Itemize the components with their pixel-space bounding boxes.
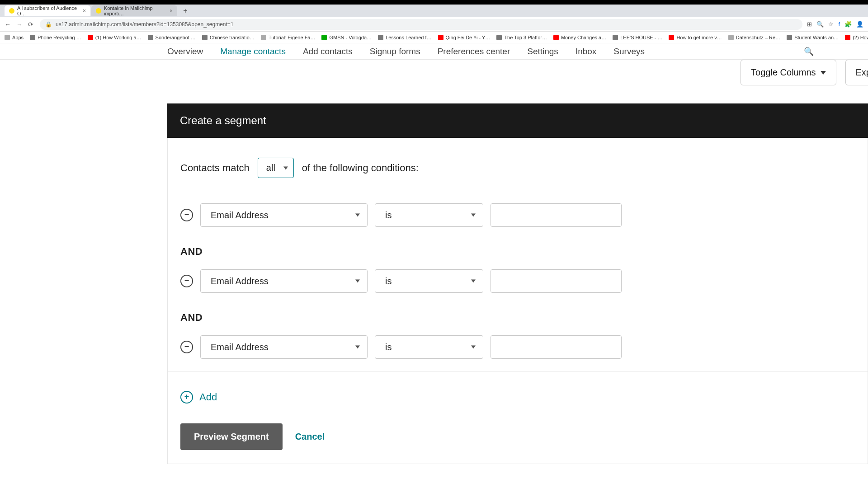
condition-field-value: Email Address: [211, 342, 269, 352]
add-label: Add: [199, 391, 217, 403]
bookmark-item[interactable]: Datenschutz – Re…: [728, 35, 780, 40]
lock-icon: 🔒: [45, 21, 52, 28]
match-mode-select[interactable]: all: [258, 158, 294, 178]
remove-condition-button[interactable]: −: [180, 209, 193, 221]
add-condition-row[interactable]: + Add: [180, 391, 855, 404]
url-input[interactable]: 🔒 us17.admin.mailchimp.com/lists/members…: [40, 19, 802, 30]
preview-label: Preview Segment: [194, 432, 269, 441]
remove-condition-button[interactable]: −: [180, 275, 193, 287]
bookmark-label: Money Changes a…: [561, 35, 606, 40]
bookmark-icon: [30, 35, 35, 40]
toggle-columns-button[interactable]: Toggle Columns: [741, 60, 836, 85]
segment-title: Create a segment: [180, 114, 266, 127]
chevron-down-icon: [355, 214, 360, 217]
bookmark-item[interactable]: Sonderangebot …: [148, 35, 196, 40]
bookmark-item[interactable]: Phone Recycling …: [30, 35, 81, 40]
condition-field-value: Email Address: [211, 210, 269, 221]
close-icon[interactable]: ×: [83, 8, 86, 14]
and-separator: AND: [180, 312, 855, 324]
tab-inbox[interactable]: Inbox: [576, 47, 596, 56]
bookmark-item[interactable]: Tutorial: Eigene Fa…: [261, 35, 316, 40]
tab-manage-contacts[interactable]: Manage contacts: [220, 47, 286, 56]
tab-signup-forms[interactable]: Signup forms: [370, 47, 420, 56]
browser-tab[interactable]: Kontakte in Mailchimp importi… ×: [91, 5, 177, 16]
condition-operator-select[interactable]: is: [375, 335, 483, 359]
bookmark-icon: [148, 35, 153, 40]
bookmark-label: How to get more v…: [676, 35, 722, 40]
translate-icon[interactable]: ⊞: [807, 21, 812, 28]
browser-tab[interactable]: All subscribers of Audience O… ×: [5, 5, 90, 16]
bookmark-icon: [553, 35, 559, 40]
profile-icon[interactable]: 👤: [856, 21, 863, 28]
condition-row: − Email Address is: [180, 200, 855, 230]
bookmark-item[interactable]: (1) How Working a…: [88, 35, 142, 40]
condition-value-input[interactable]: [491, 203, 622, 227]
chevron-down-icon: [471, 280, 476, 283]
bookmark-item[interactable]: Lessons Learned f…: [378, 35, 432, 40]
bookmark-item[interactable]: GMSN - Vologda…: [321, 35, 372, 40]
preview-segment-button[interactable]: Preview Segment: [180, 423, 283, 450]
bookmark-label: Sonderangebot …: [156, 35, 196, 40]
bookmark-label: Phone Recycling …: [38, 35, 81, 40]
bookmark-label: Apps: [12, 35, 24, 40]
star-icon[interactable]: ☆: [828, 21, 834, 28]
minus-icon: −: [184, 276, 189, 286]
bookmark-item[interactable]: The Top 3 Platfor…: [496, 35, 547, 40]
back-icon[interactable]: ←: [5, 21, 12, 28]
condition-field-select[interactable]: Email Address: [200, 335, 368, 359]
bookmark-icon: [845, 35, 850, 40]
zoom-icon[interactable]: 🔍: [816, 21, 824, 28]
bookmark-item[interactable]: LEE'S HOUSE - …: [613, 35, 662, 40]
condition-operator-value: is: [385, 342, 392, 352]
bookmark-item[interactable]: How to get more v…: [669, 35, 722, 40]
reload-icon[interactable]: ⟳: [28, 21, 35, 28]
chevron-down-icon: [283, 166, 288, 169]
bookmark-icon: [669, 35, 674, 40]
tab-add-contacts[interactable]: Add contacts: [303, 47, 353, 56]
bookmark-item[interactable]: (2) How To Add A…: [845, 35, 868, 40]
tab-overview[interactable]: Overview: [167, 47, 203, 56]
bookmark-item[interactable]: Student Wants an…: [787, 35, 839, 40]
condition-field-select[interactable]: Email Address: [200, 203, 368, 227]
export-button[interactable]: Exp: [845, 60, 868, 85]
tab-preferences-center[interactable]: Preferences center: [438, 47, 510, 56]
minus-icon: −: [184, 210, 189, 220]
segment-header: Create a segment: [167, 103, 868, 138]
bookmark-item[interactable]: Qing Fei De Yi - Y…: [438, 35, 491, 40]
tab-settings[interactable]: Settings: [527, 47, 558, 56]
tab-surveys[interactable]: Surveys: [613, 47, 645, 56]
match-mode-value: all: [266, 163, 275, 173]
condition-field-select[interactable]: Email Address: [200, 269, 368, 293]
bookmark-label: Lessons Learned f…: [386, 35, 432, 40]
condition-value-input[interactable]: [491, 269, 622, 293]
cancel-link[interactable]: Cancel: [295, 432, 325, 442]
search-icon[interactable]: 🔍: [804, 47, 814, 56]
close-icon[interactable]: ×: [170, 8, 173, 14]
bookmark-label: (2) How To Add A…: [853, 35, 868, 40]
remove-condition-button[interactable]: −: [180, 341, 193, 353]
segment-body: Contacts match all of the following cond…: [167, 138, 868, 464]
bookmark-icon: [378, 35, 383, 40]
url-text: us17.admin.mailchimp.com/lists/members?i…: [56, 21, 234, 28]
browser-address-bar: ← → ⟳ 🔒 us17.admin.mailchimp.com/lists/m…: [0, 17, 868, 32]
new-tab-button[interactable]: +: [181, 6, 190, 15]
condition-operator-select[interactable]: is: [375, 203, 483, 227]
divider: [168, 371, 868, 372]
bookmark-item[interactable]: Chinese translatio…: [202, 35, 255, 40]
condition-row: − Email Address is: [180, 332, 855, 362]
top-actions: Toggle Columns Exp: [167, 60, 868, 85]
browser-action-icons: ⊞ 🔍 ☆ f 🧩 👤: [807, 21, 863, 28]
bookmark-item[interactable]: Apps: [5, 35, 24, 40]
bookmark-label: The Top 3 Platfor…: [504, 35, 547, 40]
bookmark-icon: [261, 35, 266, 40]
condition-value-input[interactable]: [491, 335, 622, 359]
bookmark-icon: [88, 35, 93, 40]
forward-icon[interactable]: →: [16, 21, 24, 28]
condition-operator-select[interactable]: is: [375, 269, 483, 293]
chevron-down-icon: [471, 346, 476, 349]
facebook-icon[interactable]: f: [838, 21, 840, 28]
bookmark-item[interactable]: Money Changes a…: [553, 35, 606, 40]
extensions-icon[interactable]: 🧩: [844, 21, 852, 28]
apps-icon: [5, 35, 10, 40]
bookmark-icon: [438, 35, 443, 40]
